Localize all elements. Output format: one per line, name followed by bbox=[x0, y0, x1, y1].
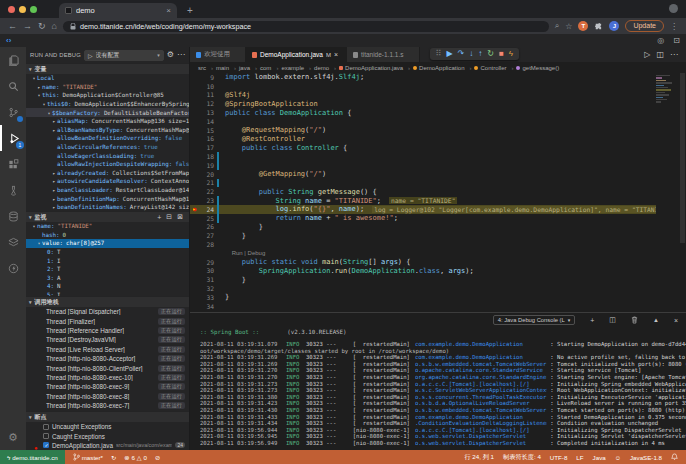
breakpoint-gutter-icon[interactable] bbox=[190, 205, 199, 213]
source-control-icon[interactable] bbox=[0, 99, 26, 125]
code-line[interactable]: 25 return name + " is awesome!"; bbox=[190, 214, 656, 223]
thread-row[interactable]: Thread [Finalizer] 正在运行 bbox=[26, 316, 189, 325]
code-line[interactable]: 28 bbox=[190, 240, 656, 249]
java-status-smiley-icon[interactable]: ☺ bbox=[615, 454, 621, 461]
code-line[interactable]: 21 bbox=[190, 179, 656, 188]
fullscreen-icon[interactable]: ⊡ bbox=[673, 36, 680, 45]
encoding[interactable]: UTF-8 bbox=[550, 454, 568, 461]
back-icon[interactable]: ← bbox=[8, 22, 17, 31]
breakpoint-row[interactable]: Uncaught Exceptions bbox=[26, 422, 189, 431]
tab-close-icon[interactable]: × bbox=[166, 7, 171, 15]
debug-settings-gear-icon[interactable]: ⚙ bbox=[167, 51, 174, 59]
reload-icon[interactable]: ↻ bbox=[38, 22, 46, 31]
code-line[interactable]: 26 } bbox=[190, 223, 656, 232]
drag-grip-icon[interactable]: ⠿ bbox=[436, 50, 442, 58]
new-tab-button[interactable]: + bbox=[187, 4, 193, 18]
variable-row[interactable]: allowBeanDefinitionOverriding: false bbox=[26, 134, 189, 143]
breadcrumb-item[interactable]: main bbox=[216, 65, 239, 71]
code-line[interactable]: 20 @GetMapping("/") bbox=[190, 170, 656, 179]
split-editor-icon[interactable]: ◫ bbox=[656, 50, 664, 59]
variable-row[interactable]: this: DemoApplication$Controller@85 bbox=[26, 91, 189, 100]
sync-icon[interactable]: ↻ bbox=[111, 454, 116, 461]
step-over-icon[interactable]: ↷ bbox=[458, 50, 465, 58]
breakpoint-checkbox[interactable] bbox=[43, 442, 49, 448]
thread-row[interactable]: Thread [http-nio-8080-exec-8] 正在运行 bbox=[26, 392, 189, 401]
code-line[interactable]: 31 } bbox=[190, 275, 656, 284]
variable-row[interactable]: Local bbox=[26, 74, 189, 83]
run-file-icon[interactable]: ▷ bbox=[644, 50, 650, 59]
thread-row[interactable]: Thread [DestroyJavaVM] 正在运行 bbox=[26, 335, 189, 344]
live-share-icon[interactable] bbox=[0, 255, 26, 281]
explorer-icon[interactable] bbox=[0, 47, 26, 73]
variable-row[interactable]: allBeanNamesByType: ConcurrentHashMap@13… bbox=[26, 126, 189, 135]
breadcrumb-item[interactable]: example bbox=[281, 65, 314, 71]
debug-status-icon[interactable]: ⊘ bbox=[155, 454, 160, 461]
code-line[interactable]: 13 public class DemoApplication { bbox=[190, 108, 656, 117]
code-line[interactable]: 14 bbox=[190, 117, 656, 126]
notifications-bell-icon[interactable] bbox=[671, 453, 678, 461]
home-icon[interactable]: ⌂ bbox=[52, 22, 57, 31]
extension-t-icon[interactable]: T bbox=[578, 21, 588, 31]
code-line[interactable]: 24 log.info("{}", name); log = Logger@10… bbox=[190, 205, 656, 214]
code-line[interactable]: 15 @RequestMapping("/") bbox=[190, 126, 656, 135]
close-window-button[interactable] bbox=[8, 6, 15, 13]
puzzle-extensions-icon[interactable] bbox=[594, 22, 603, 31]
start-debug-icon[interactable]: ▷ bbox=[88, 52, 93, 59]
remove-all-watch-icon[interactable]: ⊠ bbox=[177, 213, 183, 221]
code-line[interactable]: 9 import lombok.extern.slf4j.Slf4j; bbox=[190, 73, 656, 82]
variable-row[interactable]: aliasMap: ConcurrentHashMap@136 size=1 bbox=[26, 117, 189, 126]
collapse-all-icon[interactable]: ⊟ bbox=[166, 213, 172, 221]
variable-row[interactable]: alreadyCreated: Collections$SetFromMap@1… bbox=[26, 169, 189, 178]
code-line[interactable]: 10 bbox=[190, 82, 656, 91]
watch-row[interactable]: 4: N bbox=[26, 282, 189, 291]
code-line[interactable]: 18 bbox=[190, 152, 656, 161]
test-beaker-icon[interactable] bbox=[0, 177, 26, 203]
forward-icon[interactable]: → bbox=[23, 22, 32, 31]
code-line[interactable]: Run | Debug bbox=[190, 249, 656, 258]
settings-gear-icon[interactable]: ⚙ bbox=[0, 424, 26, 450]
stop-icon[interactable]: ■ bbox=[499, 50, 504, 58]
watch-row[interactable]: name: "TITANIDE" bbox=[26, 222, 189, 231]
thread-row[interactable]: Thread [Reference Handler] 正在运行 bbox=[26, 326, 189, 335]
layers-icon[interactable] bbox=[0, 229, 26, 255]
browser-tab[interactable]: demo × bbox=[59, 3, 177, 18]
run-and-debug-icon[interactable]: 1 bbox=[0, 125, 26, 151]
close-tab-icon[interactable] bbox=[334, 51, 340, 58]
variable-row[interactable]: allowRawInjectionDespiteWrapping: false bbox=[26, 160, 189, 169]
more-actions-icon[interactable]: ⋯ bbox=[177, 51, 185, 59]
terminal-select[interactable]: 4: Java Debug Console (L ▾ bbox=[493, 315, 576, 325]
address-bar[interactable]: demo.titanide.cn/ide/web/coding/demo/my-… bbox=[63, 21, 549, 32]
variable-row[interactable]: beanDefinitionNames: ArrayList@142 size=… bbox=[26, 203, 189, 211]
variable-row[interactable]: $$beanFactory: DefaultListableBeanFactor… bbox=[26, 108, 189, 117]
bookmark-star-icon[interactable]: ☆ bbox=[565, 22, 572, 31]
code-line[interactable]: 11 @Slf4j bbox=[190, 91, 656, 100]
breadcrumb-item[interactable]: getMessage() bbox=[516, 65, 567, 71]
screencast-toggle-icon[interactable]: ◎ bbox=[657, 36, 664, 45]
code-line[interactable]: 22 public String getMessage() { bbox=[190, 187, 656, 196]
code-line[interactable]: 34 bbox=[190, 302, 656, 311]
editor-scrollbar[interactable] bbox=[679, 73, 686, 312]
watch-row[interactable]: 0: T bbox=[26, 248, 189, 257]
close-panel-icon[interactable]: × bbox=[674, 317, 678, 324]
editor-tab[interactable]: titanide-1.1.1.s bbox=[347, 47, 420, 62]
callstack-section-header[interactable]: 调用堆栈 bbox=[26, 296, 189, 307]
debug-config-dropdown[interactable]: ▷ 没有配置 ▾ bbox=[84, 50, 164, 61]
minimize-window-button[interactable] bbox=[19, 6, 26, 13]
variable-row[interactable]: this$0: DemoApplication$$EnhancerBySprin… bbox=[26, 100, 189, 109]
jdk-version[interactable]: JavaSE-1.8 bbox=[630, 454, 662, 461]
breadcrumb-item[interactable]: com bbox=[260, 65, 281, 71]
search-icon[interactable] bbox=[0, 73, 26, 99]
hot-code-replace-icon[interactable]: ϟ bbox=[509, 50, 513, 58]
eol[interactable]: LF bbox=[576, 454, 583, 461]
database-icon[interactable] bbox=[0, 203, 26, 229]
breakpoints-section-header[interactable]: 断点 bbox=[26, 411, 189, 422]
thread-row[interactable]: Thread [http-nio-8080-exec-9] 正在运行 bbox=[26, 382, 189, 391]
code-line[interactable]: 23 String name = "TITANIDE"; name = "TIT… bbox=[190, 196, 656, 205]
thread-row[interactable]: Thread [http-nio-8080-exec-7] 正在运行 bbox=[26, 401, 189, 410]
code-editor[interactable]: 9 import lombok.extern.slf4j.Slf4j; 10 1… bbox=[190, 73, 686, 312]
update-button[interactable]: Update bbox=[625, 20, 664, 32]
git-branch-item[interactable]: master* bbox=[73, 453, 103, 461]
code-line[interactable]: 32 bbox=[190, 284, 656, 293]
watch-row[interactable]: 1: I bbox=[26, 256, 189, 265]
code-line[interactable]: 30 SpringApplication.run(DemoApplication… bbox=[190, 267, 656, 276]
